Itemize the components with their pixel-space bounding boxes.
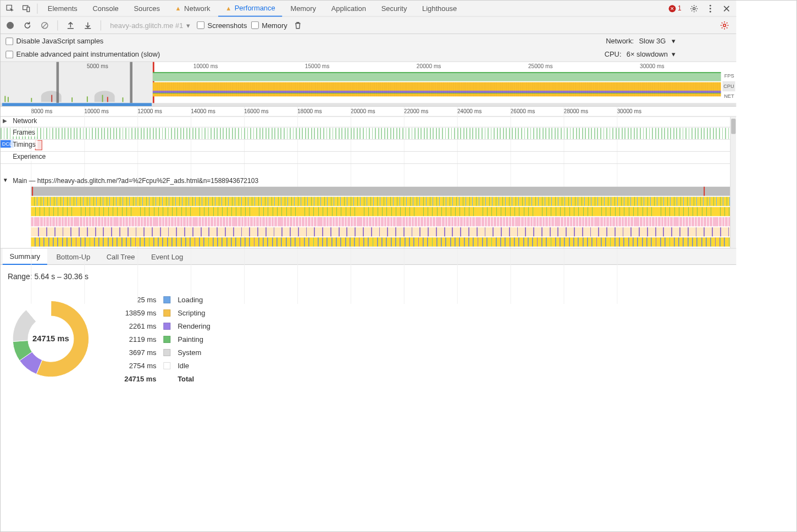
tab-security[interactable]: Security [374, 1, 414, 17]
legend-value: 2261 ms [124, 322, 156, 330]
track-frames-label[interactable]: Frames [10, 128, 37, 137]
svg-point-8 [723, 24, 726, 26]
overview-cpu [153, 82, 721, 97]
performance-toolbar: heavy-ads.glitch.me #1▾ Screenshots Memo… [1, 17, 736, 34]
tab-sources[interactable]: Sources [127, 1, 167, 17]
separator [37, 3, 37, 13]
svg-point-4 [710, 4, 711, 6]
legend-value: 2119 ms [124, 335, 156, 343]
separator [101, 20, 101, 30]
timeline-overview[interactable]: 5000 ms 10000 ms 15000 ms 20000 ms 25000… [1, 62, 736, 107]
range-text: Range: 5.64 s – 30.36 s [8, 272, 729, 281]
legend-swatch [163, 362, 170, 369]
flame-chart[interactable]: ▶ Network Frames DCL Timings Experience … [1, 117, 736, 248]
capture-settings-icon[interactable] [718, 19, 731, 32]
legend-total-value: 24715 ms [124, 375, 156, 383]
overview-fps [153, 72, 721, 81]
more-menu-icon[interactable] [702, 1, 718, 16]
clear-button[interactable] [38, 19, 51, 32]
tab-lighthouse[interactable]: Lighthouse [415, 1, 464, 17]
summary-donut-chart: 24715 ms [8, 296, 94, 382]
svg-point-3 [693, 7, 695, 9]
donut-center-value: 24715 ms [8, 296, 94, 382]
close-icon[interactable] [719, 1, 734, 16]
tab-memory[interactable]: Memory [283, 1, 323, 17]
track-main-label[interactable]: Main — https://heavy-ads.glitch.me/?ad=%… [10, 176, 260, 185]
screenshots-checkbox[interactable]: Screenshots [197, 21, 247, 29]
load-profile-icon[interactable] [64, 19, 77, 32]
tab-summary[interactable]: Summary [3, 248, 47, 265]
error-icon: ✕ [668, 5, 676, 12]
legend-swatch [163, 349, 170, 356]
cpu-throttle-select[interactable]: 6× slowdown ▾ [627, 50, 676, 58]
legend-name: Scripting [178, 309, 211, 317]
fps-label: FPS [722, 71, 735, 81]
summary-legend: 25 msLoading13859 msScripting2261 msRend… [124, 296, 211, 383]
legend-value: 13859 ms [124, 309, 156, 317]
capture-settings-panel: Disable JavaScript samples Enable advanc… [1, 34, 736, 62]
svg-rect-2 [27, 7, 30, 12]
record-button[interactable] [4, 19, 17, 32]
enable-paint-instrumentation-checkbox[interactable]: Enable advanced paint instrumentation (s… [5, 50, 160, 58]
save-profile-icon[interactable] [81, 19, 95, 32]
recording-selector[interactable]: heavy-ads.glitch.me #1▾ [107, 21, 193, 29]
overview-scrubber[interactable] [1, 103, 736, 106]
main-flame[interactable] [31, 187, 730, 247]
main-expander-icon[interactable]: ▼ [3, 176, 8, 182]
error-count[interactable]: ✕ 1 [668, 4, 681, 12]
track-timings-label[interactable]: Timings [10, 140, 37, 149]
devtools-tabbar: Elements Console Sources ▲Network ▲Perfo… [1, 1, 736, 17]
tab-network[interactable]: ▲Network [168, 1, 218, 17]
reload-record-button[interactable] [21, 19, 34, 32]
legend-swatch [163, 296, 170, 303]
track-frames [1, 128, 730, 139]
track-network-label[interactable]: Network [10, 117, 38, 125]
settings-gear-icon[interactable] [687, 1, 702, 16]
legend-swatch [163, 309, 170, 317]
garbage-collect-icon[interactable] [291, 19, 305, 32]
svg-point-6 [710, 10, 711, 12]
legend-name: System [178, 348, 211, 357]
tab-application[interactable]: Application [324, 1, 373, 17]
summary-panel: Range: 5.64 s – 30.36 s 24715 ms 25 msLo… [1, 265, 736, 492]
detail-ruler[interactable]: 8000 ms 10000 ms 12000 ms 14000 ms 16000… [1, 107, 736, 117]
tab-bottom-up[interactable]: Bottom-Up [49, 248, 98, 265]
network-throttle-select[interactable]: Slow 3G ▾ [639, 37, 675, 45]
cpu-throttle-label: CPU: [605, 50, 622, 58]
tab-call-tree[interactable]: Call Tree [99, 248, 142, 265]
tab-event-log[interactable]: Event Log [144, 248, 190, 265]
device-toggle-icon[interactable] [19, 1, 34, 16]
legend-value: 2754 ms [124, 362, 156, 370]
track-experience-label[interactable]: Experience [10, 152, 47, 161]
network-expander-icon[interactable]: ▶ [3, 118, 7, 124]
tab-performance[interactable]: ▲Performance [218, 1, 282, 17]
legend-swatch [163, 323, 170, 330]
inspect-icon[interactable] [3, 1, 18, 16]
memory-checkbox[interactable]: Memory [251, 21, 287, 29]
net-label: NET [722, 91, 735, 101]
network-throttle-label: Network: [606, 37, 634, 45]
legend-value: 25 ms [124, 296, 156, 304]
separator [57, 20, 58, 30]
disable-js-samples-checkbox[interactable]: Disable JavaScript samples [5, 37, 160, 45]
tab-console[interactable]: Console [85, 1, 125, 17]
warning-icon: ▲ [225, 4, 231, 12]
tab-elements[interactable]: Elements [41, 1, 85, 17]
legend-swatch [163, 336, 170, 343]
warning-icon: ▲ [175, 5, 181, 12]
cpu-label: CPU [722, 81, 735, 91]
legend-name: Loading [178, 296, 211, 304]
flame-vertical-scrollbar[interactable] [730, 117, 736, 248]
legend-value: 3697 ms [124, 348, 156, 357]
legend-name: Rendering [178, 322, 211, 330]
svg-point-5 [710, 8, 711, 9]
legend-total-label: Total [178, 375, 211, 383]
legend-name: Painting [178, 335, 211, 343]
details-tabbar: Summary Bottom-Up Call Tree Event Log [1, 248, 736, 265]
overview-minibars [1, 72, 153, 102]
legend-name: Idle [178, 362, 211, 370]
